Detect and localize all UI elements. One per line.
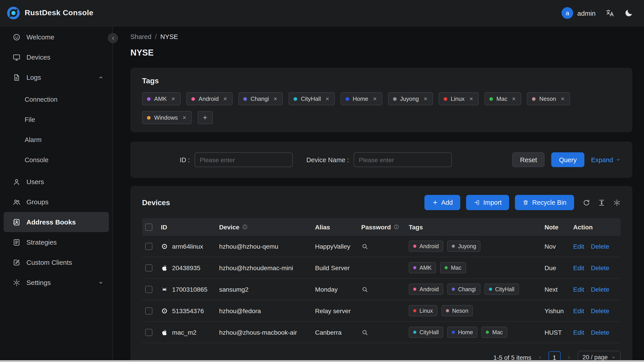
row-tag-linux: Linux — [409, 305, 438, 316]
sidebar-collapse-button[interactable] — [108, 33, 118, 43]
breadcrumb-parent[interactable]: Shared — [130, 33, 152, 40]
horizontal-scrollbar[interactable] — [0, 360, 644, 362]
row-checkbox[interactable] — [145, 286, 152, 293]
remove-tag-icon[interactable] — [273, 96, 278, 101]
row-checkbox[interactable] — [145, 242, 152, 250]
remove-tag-icon[interactable] — [511, 96, 516, 101]
view-password-icon[interactable] — [361, 286, 368, 293]
linux-os-icon — [161, 307, 168, 314]
view-password-icon[interactable] — [361, 242, 368, 250]
sidebar-item-welcome[interactable]: Welcome — [4, 27, 109, 47]
device-id: 1700310865 — [172, 286, 208, 293]
tag-label: Home — [458, 329, 473, 335]
delete-link[interactable]: Delete — [591, 286, 609, 293]
edit-link[interactable]: Edit — [573, 286, 584, 293]
device-alias: Monday — [315, 286, 338, 293]
tags-card-title: Tags — [142, 76, 621, 85]
edit-link[interactable]: Edit — [573, 328, 584, 336]
row-checkbox[interactable] — [145, 307, 152, 314]
tag-color-dot — [444, 266, 448, 269]
delete-link[interactable]: Delete — [591, 242, 609, 250]
table-settings-icon[interactable] — [613, 199, 621, 206]
delete-link[interactable]: Delete — [591, 307, 609, 314]
tag-label: AMK — [154, 96, 167, 102]
chevron-down-icon — [611, 355, 616, 360]
tag-label: Android — [420, 243, 439, 249]
remove-tag-icon[interactable] — [182, 115, 187, 120]
column-label: Action — [573, 223, 593, 230]
user-menu[interactable]: a admin — [562, 7, 596, 19]
sidebar-item-alarm[interactable]: Alarm — [0, 130, 112, 150]
previous-page-icon[interactable] — [537, 354, 542, 360]
tag-chip-cityhall[interactable]: CityHall — [288, 92, 335, 105]
device-name-input[interactable] — [353, 152, 452, 167]
tag-label: Changi — [458, 286, 476, 292]
edit-link[interactable]: Edit — [573, 242, 584, 250]
remove-tag-icon[interactable] — [372, 96, 377, 101]
column-height-icon[interactable] — [598, 199, 606, 206]
tag-chip-mac[interactable]: Mac — [484, 92, 521, 105]
import-button[interactable]: Import — [466, 195, 509, 210]
sidebar-item-strategies[interactable]: Strategies — [4, 232, 109, 252]
expand-link[interactable]: Expand — [591, 156, 621, 163]
add-button[interactable]: Add — [424, 195, 460, 210]
breadcrumb-separator: / — [155, 33, 157, 40]
add-tag-button[interactable] — [198, 111, 213, 124]
sidebar-item-groups[interactable]: Groups — [4, 192, 109, 212]
next-page-icon[interactable] — [566, 354, 572, 360]
tag-chip-changi[interactable]: Changi — [238, 92, 283, 105]
info-icon[interactable] — [394, 224, 399, 230]
sidebar-item-file[interactable]: File — [0, 109, 112, 130]
chevron-left-icon — [110, 36, 116, 40]
sidebar-item-custom-clients[interactable]: Custom Clients — [4, 252, 109, 272]
theme-toggle-moon-icon[interactable] — [624, 8, 633, 18]
remove-tag-icon[interactable] — [560, 96, 565, 101]
tag-chip-home[interactable]: Home — [340, 92, 382, 105]
select-all-checkbox[interactable] — [145, 223, 152, 230]
tag-label: Neson — [452, 308, 468, 314]
sidebar-item-console[interactable]: Console — [0, 150, 112, 170]
remove-tag-icon[interactable] — [171, 96, 176, 101]
sidebar-item-logs[interactable]: Logs — [4, 67, 109, 87]
row-checkbox[interactable] — [145, 264, 152, 271]
refresh-icon[interactable] — [582, 199, 590, 206]
reset-button[interactable]: Reset — [512, 152, 545, 167]
edit-link[interactable]: Edit — [573, 307, 584, 314]
sidebar-item-devices[interactable]: Devices — [4, 47, 109, 67]
apple-os-icon — [161, 328, 168, 336]
sidebar-item-address-books[interactable]: Address Books — [4, 212, 109, 232]
edit-link[interactable]: Edit — [573, 264, 584, 271]
sidebar-item-settings[interactable]: Settings — [4, 272, 109, 292]
info-icon[interactable] — [242, 224, 248, 230]
tag-chip-juyong[interactable]: Juyong — [388, 92, 433, 105]
recycle-bin-button[interactable]: Recycle Bin — [515, 195, 574, 210]
remove-tag-icon[interactable] — [468, 96, 474, 101]
tag-label: Mac — [492, 329, 503, 335]
sidebar-item-users[interactable]: Users — [4, 172, 109, 192]
row-tag-mac: Mac — [440, 262, 466, 273]
sidebar-item-connection[interactable]: Connection — [0, 89, 112, 109]
recycle-bin-button-label: Recycle Bin — [532, 199, 566, 206]
remove-tag-icon[interactable] — [325, 96, 330, 101]
tag-chip-neson[interactable]: Neson — [527, 92, 570, 105]
sidebar-item-label: Strategies — [26, 238, 57, 246]
delete-link[interactable]: Delete — [591, 328, 609, 336]
tag-chip-windows[interactable]: Windows — [142, 111, 192, 124]
delete-link[interactable]: Delete — [591, 264, 609, 271]
id-input[interactable] — [194, 152, 292, 167]
remove-tag-icon[interactable] — [223, 96, 228, 101]
remove-tag-icon[interactable] — [423, 96, 428, 101]
column-label: Alias — [315, 223, 330, 230]
expand-label: Expand — [591, 156, 613, 163]
view-password-icon[interactable] — [361, 328, 368, 336]
row-checkbox[interactable] — [145, 328, 152, 336]
device-name-field: Device Name : — [306, 152, 452, 167]
tag-label: CityHall — [420, 329, 439, 335]
tag-chip-linux[interactable]: Linux — [438, 92, 478, 105]
id-label: ID : — [180, 156, 190, 163]
tag-color-dot — [147, 97, 150, 100]
tag-chip-amk[interactable]: AMK — [142, 92, 180, 105]
language-icon[interactable] — [606, 8, 614, 18]
query-button[interactable]: Query — [552, 152, 584, 167]
tag-chip-android[interactable]: Android — [186, 92, 232, 105]
